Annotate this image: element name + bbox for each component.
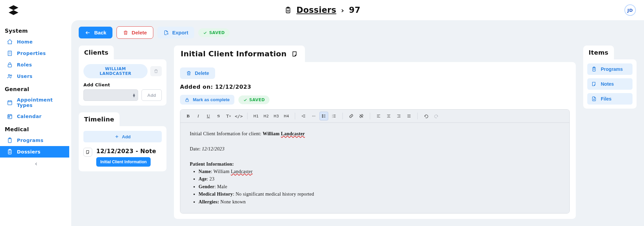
h3-button[interactable]: H3 <box>272 112 281 120</box>
h2-button[interactable]: H2 <box>262 112 271 120</box>
align-left-button[interactable] <box>374 112 383 120</box>
client-chip-remove[interactable] <box>150 66 162 76</box>
back-button-label: Back <box>94 30 106 35</box>
delete-button-label: Delete <box>132 30 147 35</box>
users-icon <box>7 73 13 79</box>
items-notes-button[interactable]: Notes <box>587 78 633 90</box>
svg-marker-0 <box>9 5 19 10</box>
editor: B I U S T× </> H1 H2 H3 <box>180 109 570 214</box>
app-logo <box>7 3 20 17</box>
building-icon <box>7 50 13 56</box>
sidebar-item-roles[interactable]: Roles <box>3 59 69 70</box>
timeline-add-button[interactable]: Add <box>83 131 162 142</box>
align-justify-button[interactable] <box>405 112 413 120</box>
sidebar-item-programs[interactable]: Programs <box>3 135 69 146</box>
sidebar-item-label: Appointment Types <box>17 97 65 108</box>
svg-point-44 <box>322 117 323 118</box>
add-client-select[interactable]: ▴▾ <box>83 89 138 101</box>
note-delete-label: Delete <box>195 70 209 76</box>
doc-line2-pre: Date: <box>190 146 202 151</box>
sidebar-item-appointment-types[interactable]: Appointment Types <box>3 94 69 111</box>
client-chip[interactable]: WILLIAM LANDCASTER <box>83 64 148 78</box>
align-right-button[interactable] <box>394 112 403 120</box>
h4-button[interactable]: H4 <box>282 112 291 120</box>
home-icon <box>7 39 13 45</box>
items-programs-button[interactable]: Programs <box>587 63 633 75</box>
svg-marker-1 <box>9 10 19 15</box>
doc-mh-v: : No significant medical history reporte… <box>233 192 314 197</box>
redo-button[interactable] <box>432 112 441 120</box>
timeline-item-title: 12/12/2023 - Note <box>96 148 156 154</box>
editor-canvas[interactable]: Initial Client Information for client: W… <box>180 123 569 213</box>
doc-line2-date: 12/12/2023 <box>202 146 225 151</box>
items-notes-label: Notes <box>601 81 614 87</box>
svg-point-43 <box>322 116 323 116</box>
h1-button[interactable]: H1 <box>252 112 260 120</box>
breadcrumb-root[interactable]: Dossiers <box>297 5 336 15</box>
note-saved-pill: SAVED <box>238 95 269 104</box>
sidebar-item-label: Properties <box>17 51 46 56</box>
outdent-button[interactable] <box>299 112 308 120</box>
doc-name-key: Name <box>199 169 211 174</box>
svg-point-39 <box>312 116 313 116</box>
svg-rect-35 <box>186 100 188 102</box>
note-delete-button[interactable]: Delete <box>180 67 215 79</box>
avatar[interactable]: JD <box>624 4 636 16</box>
doc-age-v: : 23 <box>207 176 214 181</box>
doc-line1-pre: Initial Client Information for client: <box>190 131 263 136</box>
items-files-button[interactable]: Files <box>587 93 633 105</box>
doc-al-v: None known <box>219 199 246 204</box>
sidebar-item-calendar[interactable]: Calendar <box>3 111 69 122</box>
timeline-item: 12/12/2023 - Note Initial Client Informa… <box>83 148 162 167</box>
sidebar-group-system: System <box>3 26 69 36</box>
bold-button[interactable]: B <box>184 112 192 120</box>
note-tab: Initial Client Information <box>174 46 305 62</box>
note-icon <box>291 51 298 57</box>
mark-complete-button[interactable]: Mark as complete <box>180 95 234 105</box>
ordered-list-button[interactable]: 123 <box>330 112 338 120</box>
svg-rect-11 <box>8 64 12 67</box>
sidebar-item-label: Home <box>17 39 33 45</box>
editor-toolbar: B I U S T× </> H1 H2 H3 <box>180 110 569 123</box>
sidebar-collapse[interactable] <box>3 162 69 166</box>
svg-rect-14 <box>8 101 12 105</box>
doc-section: Patient Information: <box>190 162 234 167</box>
code-button[interactable]: </> <box>234 112 243 120</box>
italic-button[interactable]: I <box>194 112 203 120</box>
bullet-list-button[interactable] <box>319 112 328 120</box>
undo-button[interactable] <box>422 112 431 120</box>
items-programs-label: Programs <box>601 66 623 72</box>
add-client-button[interactable]: Add <box>141 89 162 101</box>
calendar-icon <box>7 100 13 106</box>
clear-format-button[interactable]: T× <box>224 112 233 120</box>
breadcrumb: Dossiers › 97 <box>20 5 624 15</box>
export-button[interactable]: Export <box>157 27 195 38</box>
unlink-button[interactable] <box>357 112 366 120</box>
doc-age-key: Age <box>199 176 207 181</box>
sidebar-group-general: General <box>3 84 69 94</box>
sidebar-item-home[interactable]: Home <box>3 36 69 48</box>
timeline-item-note-button[interactable]: Initial Client Information <box>96 157 151 167</box>
items-files-label: Files <box>601 96 612 102</box>
link-button[interactable] <box>347 112 356 120</box>
items-tab: Items <box>583 46 614 59</box>
sidebar-item-users[interactable]: Users <box>3 70 69 82</box>
note-icon <box>83 148 92 157</box>
svg-point-40 <box>313 116 314 116</box>
doc-al-key: Allergies: <box>199 199 219 204</box>
add-client-label: Add Client <box>83 82 162 87</box>
delete-button[interactable]: Delete <box>117 26 153 39</box>
clipboard-heart-icon <box>7 149 13 155</box>
underline-button[interactable]: U <box>204 112 213 120</box>
saved-pill: SAVED <box>198 28 229 37</box>
svg-point-41 <box>315 116 315 116</box>
note-saved-label: SAVED <box>249 97 265 102</box>
calendar2-icon <box>7 113 13 119</box>
sidebar-item-properties[interactable]: Properties <box>3 48 69 59</box>
align-center-button[interactable] <box>384 112 393 120</box>
strike-button[interactable]: S <box>214 112 223 120</box>
hr-button[interactable] <box>309 112 318 120</box>
doc-gender-key: Gender <box>199 184 214 189</box>
sidebar-item-dossiers[interactable]: Dossiers <box>0 146 69 158</box>
back-button[interactable]: Back <box>79 27 112 38</box>
